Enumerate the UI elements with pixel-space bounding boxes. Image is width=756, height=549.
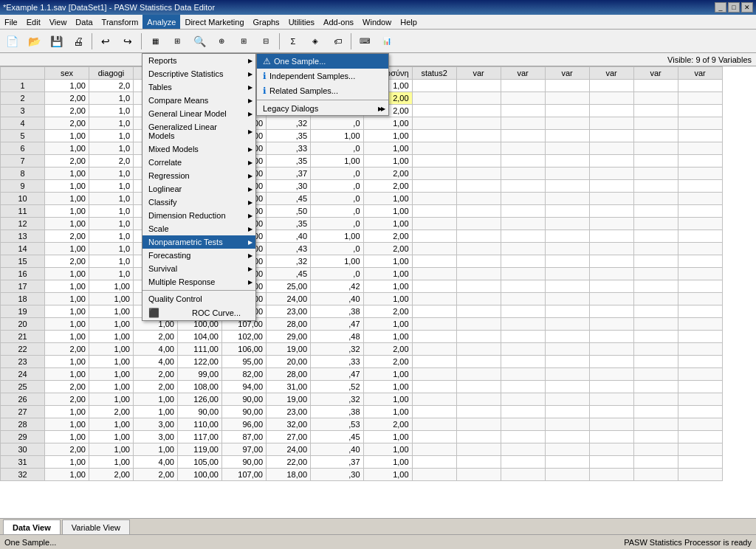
table-cell[interactable]: 24,00 — [267, 293, 311, 305]
table-cell[interactable]: ,47 — [311, 368, 364, 381]
table-cell[interactable]: 27,00 — [267, 431, 311, 443]
table-cell-empty[interactable] — [412, 469, 456, 481]
table-cell[interactable]: ,38 — [311, 305, 364, 318]
table-cell[interactable]: 1,0 — [89, 193, 134, 205]
table-cell[interactable]: 29,00 — [267, 331, 311, 343]
table-cell-empty[interactable] — [589, 469, 633, 481]
col-header-var3[interactable]: var — [545, 67, 589, 80]
table-cell-empty[interactable] — [501, 168, 545, 180]
table-cell[interactable]: 2,00 — [134, 368, 178, 381]
table-cell-empty[interactable] — [678, 368, 722, 381]
table-cell-empty[interactable] — [678, 331, 722, 343]
table-cell[interactable]: 82,00 — [222, 368, 267, 381]
table-cell-empty[interactable] — [412, 243, 456, 255]
table-cell[interactable]: 1,00 — [45, 280, 89, 293]
table-cell[interactable]: 1,00 — [363, 443, 412, 456]
table-cell[interactable]: ,0 — [311, 205, 364, 218]
table-cell[interactable]: 1,00 — [45, 318, 89, 331]
table-cell[interactable]: 1,00 — [89, 418, 134, 431]
table-cell-empty[interactable] — [456, 318, 501, 331]
table-cell[interactable]: 107,00 — [222, 469, 267, 481]
table-cell[interactable]: 1,00 — [45, 130, 89, 142]
table-cell[interactable]: 1,00 — [45, 293, 89, 305]
table-cell[interactable]: ,35 — [267, 218, 311, 230]
table-cell[interactable]: 99,00 — [178, 368, 222, 381]
table-cell-empty[interactable] — [678, 243, 722, 255]
table-cell-empty[interactable] — [589, 456, 633, 469]
table-cell[interactable]: 122,00 — [178, 356, 222, 368]
table-cell-empty[interactable] — [589, 155, 633, 168]
table-cell[interactable]: ,37 — [311, 456, 364, 469]
col-header-diagogi[interactable]: diagogi — [89, 67, 134, 80]
table-cell[interactable]: 1,00 — [45, 80, 89, 92]
table-cell[interactable]: 2,0 — [89, 80, 134, 92]
table-cell[interactable]: 90,00 — [222, 393, 267, 406]
table-cell[interactable]: 1,0 — [89, 117, 134, 130]
table-cell-empty[interactable] — [456, 142, 501, 155]
menu-item-compare-means[interactable]: Compare Means — [142, 94, 255, 107]
table-cell-empty[interactable] — [501, 230, 545, 243]
table-cell-empty[interactable] — [633, 456, 678, 469]
table-cell-empty[interactable] — [456, 105, 501, 117]
table-cell-empty[interactable] — [545, 218, 589, 230]
table-cell-empty[interactable] — [501, 80, 545, 92]
table-cell[interactable]: 2,00 — [45, 105, 89, 117]
table-cell-empty[interactable] — [633, 305, 678, 318]
table-cell-empty[interactable] — [545, 393, 589, 406]
table-cell-empty[interactable] — [412, 418, 456, 431]
table-cell[interactable]: ,0 — [311, 218, 364, 230]
table-cell-empty[interactable] — [678, 142, 722, 155]
table-cell[interactable]: 96,00 — [222, 418, 267, 431]
menu-item-regression[interactable]: Regression — [142, 169, 255, 182]
table-cell-empty[interactable] — [678, 117, 722, 130]
table-cell-empty[interactable] — [589, 180, 633, 193]
table-cell-empty[interactable] — [678, 230, 722, 243]
menu-item-loglinear[interactable]: Loglinear — [142, 182, 255, 196]
table-cell-empty[interactable] — [545, 155, 589, 168]
table-cell[interactable]: 1,00 — [89, 431, 134, 443]
table-cell-empty[interactable] — [545, 343, 589, 356]
insert-var-button[interactable]: ⊞ — [233, 32, 254, 51]
table-cell[interactable]: 1,00 — [363, 205, 412, 218]
table-cell-empty[interactable] — [678, 180, 722, 193]
table-cell[interactable]: 25,00 — [267, 280, 311, 293]
menu-direct-marketing[interactable]: Direct Marketing — [180, 15, 248, 29]
table-cell-empty[interactable] — [456, 155, 501, 168]
table-cell-empty[interactable] — [412, 117, 456, 130]
table-cell[interactable]: ,45 — [311, 431, 364, 443]
table-cell[interactable]: ,53 — [311, 418, 364, 431]
table-cell-empty[interactable] — [633, 105, 678, 117]
table-cell-empty[interactable] — [678, 381, 722, 393]
menu-item-correlate[interactable]: Correlate — [142, 156, 255, 169]
menu-item-forecasting[interactable]: Forecasting — [142, 249, 255, 262]
table-cell[interactable]: 111,00 — [178, 343, 222, 356]
menu-item-nonparametric[interactable]: Nonparametric Tests — [142, 235, 255, 249]
table-cell[interactable]: 1,00 — [45, 356, 89, 368]
table-cell[interactable]: ,48 — [311, 331, 364, 343]
table-cell-empty[interactable] — [633, 80, 678, 92]
select-cases-button[interactable]: ◈ — [305, 32, 326, 51]
menu-view[interactable]: View — [45, 15, 72, 29]
new-file-button[interactable]: 📄 — [1, 32, 22, 51]
table-cell-empty[interactable] — [589, 293, 633, 305]
table-cell[interactable]: 1,00 — [45, 406, 89, 418]
table-cell-empty[interactable] — [412, 218, 456, 230]
table-cell-empty[interactable] — [633, 443, 678, 456]
table-cell-empty[interactable] — [633, 130, 678, 142]
table-cell-empty[interactable] — [545, 230, 589, 243]
table-cell-empty[interactable] — [589, 243, 633, 255]
table-cell-empty[interactable] — [501, 305, 545, 318]
table-cell-empty[interactable] — [412, 305, 456, 318]
table-cell-empty[interactable] — [545, 406, 589, 418]
table-cell[interactable]: 1,00 — [363, 393, 412, 406]
col-header-status2[interactable]: status2 — [412, 67, 456, 80]
table-cell[interactable]: ,42 — [311, 280, 364, 293]
table-cell[interactable]: 1,0 — [89, 130, 134, 142]
table-cell[interactable]: ,0 — [311, 142, 364, 155]
table-cell-empty[interactable] — [633, 243, 678, 255]
table-cell[interactable]: 1,00 — [363, 130, 412, 142]
table-cell[interactable]: 22,00 — [267, 456, 311, 469]
menu-item-scale[interactable]: Scale — [142, 222, 255, 235]
table-cell[interactable]: ,50 — [267, 205, 311, 218]
table-cell[interactable]: 4,00 — [134, 456, 178, 469]
